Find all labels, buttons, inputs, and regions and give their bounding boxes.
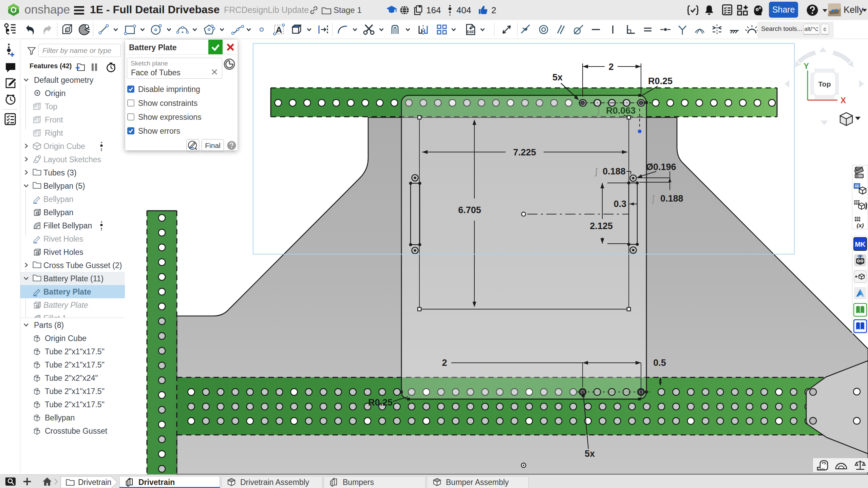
svg-text:Ø0.196: Ø0.196 [646,162,676,172]
svg-text:R0.25: R0.25 [648,76,673,86]
svg-text:Top: Top [818,80,831,88]
svg-text:7.225: 7.225 [513,147,536,157]
svg-text:5x: 5x [585,449,595,459]
svg-text:Y: Y [804,61,809,71]
svg-text:0.188: 0.188 [660,193,683,204]
svg-text:R0.063: R0.063 [606,106,636,116]
svg-text:A: A [276,25,282,35]
svg-text:0.3: 0.3 [614,199,626,209]
svg-text:0.5: 0.5 [653,358,666,368]
svg-text:2: 2 [608,62,614,72]
svg-text:6.705: 6.705 [458,205,481,215]
svg-text:5x: 5x [552,72,563,82]
svg-text:2.125: 2.125 [590,221,613,231]
svg-text:X: X [841,96,846,105]
svg-text:R0.25: R0.25 [368,397,393,408]
svg-text:MK: MK [855,241,866,248]
svg-text:DXF: DXF [467,30,474,34]
svg-text:0.188: 0.188 [603,166,626,176]
svg-text:2: 2 [442,358,447,368]
svg-text:(x): (x) [857,222,864,229]
